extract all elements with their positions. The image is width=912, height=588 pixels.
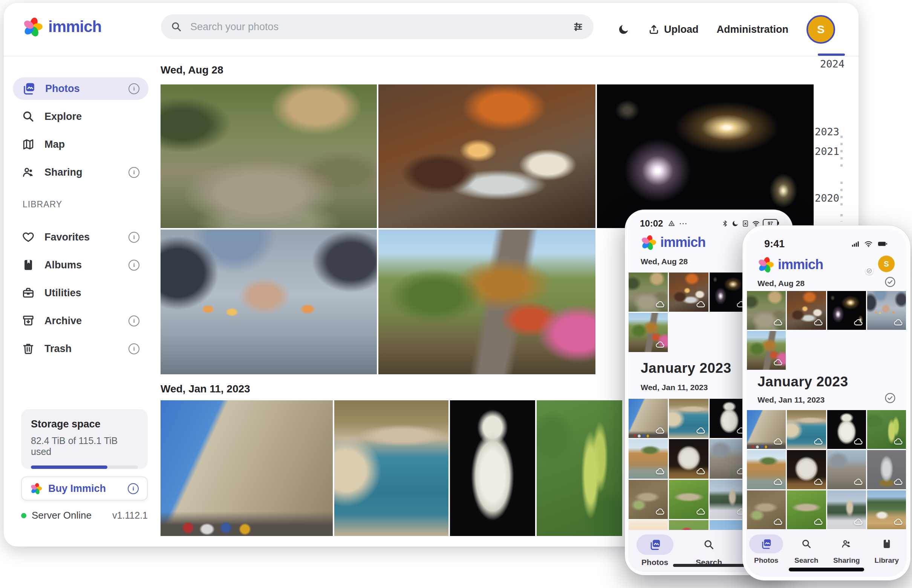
photo-autumn[interactable] [378,229,596,374]
info-icon[interactable]: i [129,343,139,354]
photo-hands[interactable] [867,291,906,330]
administration-link[interactable]: Administration [717,24,788,36]
photo-lizard-a[interactable] [629,480,668,519]
album-icon [22,258,35,271]
nav-item-search[interactable]: Search [789,535,823,565]
photo-dinner[interactable] [787,291,826,330]
photo-lizard-a[interactable] [747,490,786,529]
photo-beach-cliff[interactable] [629,439,668,478]
people-icon [841,539,852,549]
timeline-year[interactable]: 2020 [815,192,839,204]
nav-icon-wrap [870,535,904,553]
photo-autumn[interactable] [747,331,786,370]
user-avatar[interactable]: S [878,255,895,272]
sidebar-item-map[interactable]: Map [13,133,149,156]
photo-alpine[interactable] [867,490,906,529]
nav-item-search[interactable]: Search [691,535,727,567]
photo-lizard-b[interactable] [787,490,826,529]
timeline-dots [840,214,843,221]
search-input[interactable] [190,21,565,33]
photo-coast[interactable] [669,399,708,438]
photo-stone-sculpture[interactable] [787,450,826,489]
info-icon[interactable]: i [129,232,139,243]
photo-coast[interactable] [334,400,449,536]
timeline-year[interactable]: 2023 [815,126,839,137]
photo-row [161,229,596,374]
info-icon[interactable]: i [129,167,139,178]
timeline-active-indicator [818,53,845,56]
timeline-dots [840,136,843,167]
home-indicator[interactable] [789,568,864,572]
photo-fireworks[interactable] [597,84,814,228]
cloud-backup-icon [773,477,783,487]
photo-seagrape[interactable] [537,400,622,536]
photo-fortress[interactable] [629,399,668,438]
filter-sliders-icon[interactable] [573,21,584,32]
photo-monkeys[interactable] [747,291,786,330]
photo-monkeys[interactable] [161,84,377,228]
photo-stone-sculpture[interactable] [669,439,708,478]
photo-beach-cliff[interactable] [747,450,786,489]
photo-dinner[interactable] [669,273,708,312]
photo-monkeys[interactable] [629,273,668,312]
cloud-backup-icon [813,477,823,487]
sidebar-item-favorites[interactable]: Favorites i [13,226,149,249]
sidebar-item-archive[interactable]: Archive i [13,309,149,332]
upload-label: Upload [664,24,699,36]
photo-winter-church[interactable] [827,490,866,529]
active-pill [749,535,783,553]
nav-icon-wrap [691,535,727,555]
photo-centerpiece[interactable] [867,450,906,489]
dark-mode-moon-icon[interactable] [617,23,630,36]
photo-bust[interactable] [450,400,535,536]
photo-dinner[interactable] [378,84,596,228]
upload-button[interactable]: Upload [648,24,699,36]
backup-done-badge [865,267,873,275]
sim-x-icon [742,220,749,227]
photo-hands[interactable] [161,229,377,374]
info-icon[interactable]: i [128,483,139,494]
select-all-check-icon[interactable] [884,392,896,404]
select-all-check-icon[interactable] [884,276,896,288]
sidebar-item-explore[interactable]: Explore [13,105,149,128]
photo-coast[interactable] [787,410,826,449]
timeline-year[interactable]: 2021 [815,145,839,157]
photo-autumn[interactable] [629,313,668,352]
photo-seagrape[interactable] [867,410,906,449]
photo-fortress[interactable] [747,410,786,449]
immich-flower-icon [30,483,42,494]
toolbox-icon [22,286,35,299]
library-section-label: LIBRARY [23,199,62,210]
info-icon[interactable]: i [129,260,139,271]
search-bar[interactable] [161,15,594,39]
nav-item-photos[interactable]: Photos [636,535,673,567]
nav-item-sharing[interactable]: Sharing [830,535,864,565]
cloud-backup-icon [696,507,706,517]
sidebar-item-utilities[interactable]: Utilities [13,281,149,304]
date-group-header: Wed, Jan 11, 2023 [641,383,708,392]
photo-lizard-b[interactable] [669,480,708,519]
sidebar-item-label: Photos [45,83,119,95]
sidebar-item-label: Favorites [44,231,119,243]
sidebar-item-sharing[interactable]: Sharing i [13,161,149,184]
nav-item-library[interactable]: Library [870,535,904,565]
immich-logo[interactable]: immich [23,16,102,37]
photo-bust[interactable] [827,410,866,449]
user-avatar[interactable]: S [807,15,835,44]
top-bar: immich Upload Administration S [4,3,859,57]
info-icon[interactable]: i [129,315,139,326]
photos-icon [649,539,661,551]
ios-screen: 9:41 immich S Wed, Aug 28 [746,229,907,577]
sidebar-item-photos[interactable]: Photos i [13,77,149,100]
photo-fortress[interactable] [161,400,333,536]
photo-ruin-wall[interactable] [827,450,866,489]
info-icon[interactable]: i [129,83,139,94]
photo-fireworks[interactable] [827,291,866,330]
buy-immich-button[interactable]: Buy Immich i [21,477,148,501]
cloud-backup-button[interactable] [746,256,870,273]
sidebar-item-trash[interactable]: Trash i [13,338,149,360]
timeline-year[interactable]: 2024 [820,58,844,70]
home-indicator[interactable] [673,564,745,567]
nav-item-photos[interactable]: Photos [749,535,783,565]
sidebar-item-albums[interactable]: Albums i [13,254,149,276]
